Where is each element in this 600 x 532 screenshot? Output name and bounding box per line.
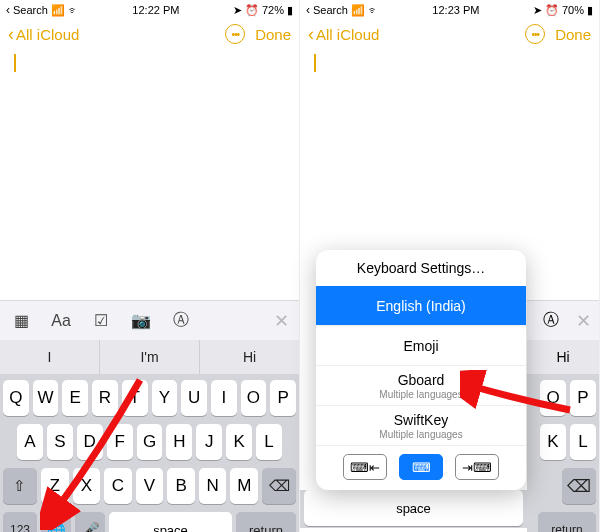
camera-icon[interactable]: 📷 — [130, 310, 152, 332]
location-icon: ➤ — [233, 4, 242, 17]
text-cursor — [314, 54, 316, 72]
keyboard-dock-right-icon[interactable]: ⇥⌨︎ — [455, 454, 499, 480]
key-c[interactable]: C — [104, 468, 132, 504]
battery-percent: 70% — [562, 4, 584, 16]
back-to-app-label[interactable]: Search — [13, 4, 48, 16]
key-i[interactable]: I — [211, 380, 237, 416]
format-toolbar: ▦ Aa ☑︎ 📷 Ⓐ ✕ — [0, 300, 299, 340]
keyboard-option-swiftkey[interactable]: SwiftKey Multiple languages — [316, 406, 526, 446]
key-u[interactable]: U — [181, 380, 207, 416]
space-key[interactable]: space — [109, 512, 232, 532]
screen-left: ‹ Search 📶 ᯤ 12:22 PM ➤ ⏰ 72% ▮ ‹ All iC… — [0, 0, 300, 532]
key-t[interactable]: T — [122, 380, 148, 416]
key-l[interactable]: L — [570, 424, 596, 460]
key-w[interactable]: W — [33, 380, 59, 416]
popup-title[interactable]: Keyboard Settings… — [316, 250, 526, 286]
return-key[interactable]: return — [236, 512, 296, 532]
wifi-icon: ᯤ — [68, 4, 79, 16]
key-k[interactable]: K — [226, 424, 252, 460]
keyboard-bottom-visible: space — [300, 490, 527, 528]
key-g[interactable]: G — [137, 424, 163, 460]
numbers-key[interactable]: 123 — [3, 512, 37, 532]
key-k[interactable]: K — [540, 424, 566, 460]
suggestion-2[interactable]: I'm — [100, 340, 200, 374]
key-o[interactable]: O — [241, 380, 267, 416]
key-row-bottom: 123 🌐 🎤 space return — [3, 512, 296, 532]
shift-key[interactable]: ⇧ — [3, 468, 37, 504]
option-sublabel: Multiple languages — [379, 389, 462, 400]
keyboard-mode-footer: ⌨︎⇤ ⌨︎ ⇥⌨︎ — [316, 446, 526, 490]
option-sublabel: Multiple languages — [379, 429, 462, 440]
close-toolbar-icon[interactable]: ✕ — [274, 310, 289, 332]
checklist-icon[interactable]: ☑︎ — [90, 310, 112, 332]
key-h[interactable]: H — [166, 424, 192, 460]
space-key[interactable]: space — [304, 490, 523, 526]
alarm-icon: ⏰ — [545, 4, 559, 17]
key-q[interactable]: Q — [3, 380, 29, 416]
key-v[interactable]: V — [136, 468, 164, 504]
suggestion-1[interactable]: I — [0, 340, 100, 374]
clock: 12:23 PM — [432, 4, 479, 16]
option-label: English (India) — [376, 298, 466, 314]
key-m[interactable]: M — [230, 468, 258, 504]
keyboard-option-english[interactable]: English (India) — [316, 286, 526, 326]
key-y[interactable]: Y — [152, 380, 178, 416]
close-toolbar-icon[interactable]: ✕ — [576, 310, 591, 332]
location-icon: ➤ — [533, 4, 542, 17]
suggestion-3[interactable]: Hi — [200, 340, 299, 374]
key-s[interactable]: S — [47, 424, 73, 460]
key-e[interactable]: E — [62, 380, 88, 416]
suggestion-3[interactable]: Hi — [527, 340, 599, 374]
mic-key[interactable]: 🎤 — [75, 512, 105, 532]
key-r[interactable]: R — [92, 380, 118, 416]
back-to-app-chevron[interactable]: ‹ — [306, 3, 310, 17]
globe-key[interactable]: 🌐 — [41, 512, 71, 532]
back-to-app-label[interactable]: Search — [313, 4, 348, 16]
nav-back-label: All iCloud — [316, 26, 379, 43]
key-p[interactable]: P — [270, 380, 296, 416]
markup-icon[interactable]: Ⓐ — [170, 310, 192, 332]
key-d[interactable]: D — [77, 424, 103, 460]
key-x[interactable]: X — [73, 468, 101, 504]
keyboard-option-gboard[interactable]: Gboard Multiple languages — [316, 366, 526, 406]
suggestion-bar: I I'm Hi — [0, 340, 299, 374]
markup-icon[interactable]: Ⓐ — [540, 310, 562, 332]
keyboard-dock-left-icon[interactable]: ⌨︎⇤ — [343, 454, 387, 480]
battery-icon: ▮ — [287, 4, 293, 17]
done-button[interactable]: Done — [555, 26, 591, 43]
backspace-key[interactable]: ⌫ — [262, 468, 296, 504]
option-label: Gboard — [398, 372, 445, 388]
key-z[interactable]: Z — [41, 468, 69, 504]
text-format-button[interactable]: Aa — [50, 310, 72, 332]
note-body[interactable] — [0, 50, 299, 280]
key-o[interactable]: O — [540, 380, 566, 416]
backspace-key[interactable]: ⌫ — [562, 468, 596, 504]
return-key[interactable]: return — [538, 512, 596, 532]
key-j[interactable]: J — [196, 424, 222, 460]
table-icon[interactable]: ▦ — [10, 310, 32, 332]
back-to-app-chevron[interactable]: ‹ — [6, 3, 10, 17]
more-options-button[interactable]: ••• — [225, 24, 245, 44]
key-n[interactable]: N — [199, 468, 227, 504]
key-row-2: A S D F G H J K L — [3, 424, 296, 460]
done-button[interactable]: Done — [255, 26, 291, 43]
status-bar: ‹ Search 📶 ᯤ 12:22 PM ➤ ⏰ 72% ▮ — [0, 0, 299, 18]
status-bar: ‹ Search 📶 ᯤ 12:23 PM ➤ ⏰ 70% ▮ — [300, 0, 599, 18]
key-l[interactable]: L — [256, 424, 282, 460]
signal-icon: 📶 — [351, 4, 365, 17]
keyboard-dock-full-icon[interactable]: ⌨︎ — [399, 454, 443, 480]
signal-icon: 📶 — [51, 4, 65, 17]
note-body[interactable] — [300, 50, 599, 280]
nav-back-button[interactable]: ‹ All iCloud — [8, 25, 79, 43]
key-f[interactable]: F — [107, 424, 133, 460]
keyboard-option-emoji[interactable]: Emoji — [316, 326, 526, 366]
key-p[interactable]: P — [570, 380, 596, 416]
key-a[interactable]: A — [17, 424, 43, 460]
nav-back-label: All iCloud — [16, 26, 79, 43]
key-b[interactable]: B — [167, 468, 195, 504]
more-options-button[interactable]: ••• — [525, 24, 545, 44]
battery-icon: ▮ — [587, 4, 593, 17]
option-label: Emoji — [403, 338, 438, 354]
keyboard-switcher-popup: Keyboard Settings… English (India) Emoji… — [316, 250, 526, 490]
nav-back-button[interactable]: ‹ All iCloud — [308, 25, 379, 43]
